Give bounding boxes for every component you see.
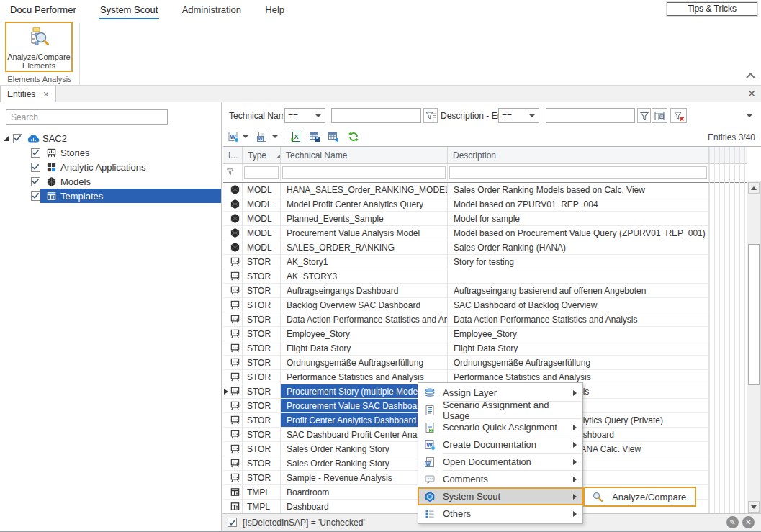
analyze-compare-elements-button[interactable]: Analyze/Compare Elements bbox=[5, 22, 73, 72]
technical-name-cell[interactable]: Model Profit Center Analytics Query bbox=[281, 197, 448, 211]
tree-checkbox[interactable] bbox=[31, 191, 40, 201]
column-header-description[interactable]: Description bbox=[448, 147, 709, 163]
technical-name-cell[interactable]: Planned_Events_Sample bbox=[281, 212, 448, 225]
export-excel-button[interactable]: X bbox=[289, 130, 302, 143]
technical-name-cell[interactable]: Flight Data Story bbox=[281, 341, 448, 355]
description-cell: Sales Order Ranking Models based on Calc… bbox=[448, 183, 709, 197]
tab-close-icon[interactable]: ✕ bbox=[42, 90, 49, 99]
autofilter-cell[interactable] bbox=[448, 164, 709, 181]
scrollbar-thumb[interactable] bbox=[748, 244, 760, 385]
tab-entities[interactable]: Entities✕ bbox=[0, 86, 56, 102]
vertical-scrollbar[interactable] bbox=[747, 181, 761, 514]
menu-administration[interactable]: Administration bbox=[181, 0, 243, 18]
close-filter-button[interactable]: ✕ bbox=[742, 516, 755, 528]
technical-name-cell[interactable]: Backlog Overview SAC Dashboard bbox=[281, 298, 448, 312]
table-row[interactable]: STORAK_Story1Story for testing bbox=[223, 255, 709, 269]
table-row[interactable]: MODLSALES_ORDER_RANKINGSales Order Ranki… bbox=[223, 240, 709, 255]
story-icon bbox=[230, 400, 240, 411]
edit-filter-button[interactable]: ✎ bbox=[726, 516, 739, 528]
table-row[interactable]: MODLPlanned_Events_SampleModel for sampl… bbox=[223, 212, 709, 226]
ribbon: Analyze/Compare Elements Elements Analys… bbox=[0, 20, 761, 86]
filter-field1-funnel-button[interactable] bbox=[423, 108, 438, 123]
tree-checkbox[interactable] bbox=[31, 148, 40, 158]
menu-item-create-documentation[interactable]: WCreate Documentation bbox=[418, 436, 582, 453]
filter-field1-operator[interactable]: == bbox=[284, 108, 325, 123]
autofilter-cell[interactable] bbox=[243, 164, 281, 181]
technical-name-cell[interactable]: Ordnungsgemäße Auftragserfüllung bbox=[281, 356, 448, 369]
table-row[interactable]: STORBacklog Overview SAC DashboardSAC Da… bbox=[223, 298, 709, 312]
menu-help[interactable]: Help bbox=[264, 0, 286, 18]
table-row[interactable]: MODLModel Profit Center Analytics QueryM… bbox=[223, 197, 709, 212]
menu-item-open-documentation[interactable]: WOpen Documentation bbox=[418, 454, 582, 470]
create-word-doc-button[interactable]: W bbox=[227, 130, 240, 143]
search-input[interactable] bbox=[6, 109, 168, 125]
menu-item-scenario-quick-assignment[interactable]: Scenario Quick Assignment bbox=[418, 419, 582, 436]
menu-item-system-scout[interactable]: System Scout bbox=[418, 488, 582, 505]
menu-item-comments[interactable]: Comments bbox=[418, 471, 582, 487]
table-row[interactable]: STORAK_STORY3 bbox=[223, 269, 709, 284]
table-row[interactable]: STORAuftragseingangs DashboardAuftragsei… bbox=[223, 284, 709, 298]
filter-field1-input[interactable] bbox=[331, 108, 421, 123]
tree-checkbox[interactable] bbox=[31, 163, 40, 172]
sidebar-item-templates[interactable]: Templates bbox=[0, 189, 221, 203]
tree-checkbox[interactable] bbox=[13, 134, 22, 143]
svg-text:X: X bbox=[294, 133, 298, 140]
technical-name-cell[interactable]: Employee_Story bbox=[281, 327, 448, 341]
autofilter-cell[interactable] bbox=[281, 164, 448, 181]
system-scout-icon bbox=[424, 491, 436, 502]
column-header-type[interactable]: Type bbox=[243, 147, 281, 163]
tips-and-tricks-button[interactable]: Tips & Tricks bbox=[667, 2, 757, 16]
chevron-down-icon[interactable] bbox=[243, 135, 248, 138]
technical-name-cell[interactable]: Auftragseingangs Dashboard bbox=[281, 284, 448, 297]
funnel-config-icon bbox=[425, 110, 436, 122]
row-icon-cell bbox=[223, 370, 243, 384]
chevron-down-icon[interactable] bbox=[272, 135, 278, 138]
autofilter-cell[interactable] bbox=[223, 164, 243, 181]
refresh-button[interactable] bbox=[347, 130, 360, 143]
apply-filter-button[interactable] bbox=[637, 108, 651, 123]
triangle-up-icon bbox=[751, 186, 757, 190]
scroll-up-button[interactable] bbox=[748, 182, 760, 194]
technical-name-cell[interactable]: HANA_SALES_Order_RANKING_MODEL bbox=[281, 183, 448, 197]
menu-item-label: Scenario Assignment and Usage bbox=[443, 400, 577, 421]
column-header-technical-name[interactable]: Technical Name bbox=[281, 147, 448, 163]
collapse-ribbon-icon[interactable] bbox=[746, 73, 755, 82]
table-row[interactable]: MODLProcurement Value Analysis ModelMode… bbox=[223, 226, 709, 240]
scroll-down-button[interactable] bbox=[748, 501, 760, 513]
status-filter-checkbox[interactable] bbox=[228, 518, 237, 527]
technical-name-cell[interactable]: Procurement Value Analysis Model bbox=[281, 226, 448, 240]
clear-filter-button[interactable] bbox=[670, 108, 687, 123]
menu-item-others[interactable]: Others bbox=[418, 505, 582, 522]
load-grid-layout-button[interactable] bbox=[327, 130, 340, 143]
filter-field2-input[interactable] bbox=[546, 108, 635, 123]
technical-name-cell[interactable]: AK_STORY3 bbox=[281, 269, 448, 283]
tree-checkbox[interactable] bbox=[31, 177, 40, 186]
expander-icon[interactable] bbox=[4, 136, 9, 141]
table-row[interactable]: STOROrdnungsgemäße AuftragserfüllungOrdn… bbox=[223, 356, 709, 370]
panel-close-icon[interactable]: ✕ bbox=[747, 88, 756, 99]
technical-name-cell[interactable]: AK_Story1 bbox=[281, 255, 448, 269]
filter-field2-operator[interactable]: == bbox=[498, 108, 539, 123]
technical-name-cell[interactable]: SALES_ORDER_RANKING bbox=[281, 240, 448, 254]
filter-layout-button[interactable] bbox=[652, 108, 667, 123]
sidebar-item-models[interactable]: Models bbox=[0, 174, 221, 189]
menu-system-scout[interactable]: System Scout bbox=[99, 0, 159, 19]
filter-bar: Technical Name == Description - En == bbox=[223, 102, 761, 127]
menu-docu-performer[interactable]: Docu Performer bbox=[9, 0, 78, 18]
table-row[interactable]: STOREmployee_StoryEmployee_Story bbox=[223, 327, 709, 341]
menu-item-scenario-assignment-and-usage[interactable]: Scenario Assignment and Usage bbox=[418, 402, 582, 418]
save-grid-layout-button[interactable] bbox=[308, 130, 321, 143]
sidebar-item-analytic-applications[interactable]: Analytic Applications bbox=[0, 160, 221, 174]
technical-name-cell[interactable]: Data Action Performance Statistics and A… bbox=[281, 312, 448, 326]
submenu-analyze-compare[interactable]: Analyze/Compare bbox=[612, 492, 686, 502]
comments-icon bbox=[424, 474, 436, 485]
sidebar-item-stories[interactable]: Stories bbox=[0, 145, 221, 160]
story-icon bbox=[230, 371, 240, 382]
table-row[interactable]: STORFlight Data StoryFlight Data Story bbox=[223, 341, 709, 356]
table-row[interactable]: STORData Action Performance Statistics a… bbox=[223, 312, 709, 327]
open-word-doc-button[interactable]: W bbox=[256, 130, 269, 143]
tree-root-sac2[interactable]: SAC2 bbox=[0, 131, 221, 145]
table-row[interactable]: MODLHANA_SALES_Order_RANKING_MODELSales … bbox=[223, 183, 709, 197]
column-header-icon[interactable]: I... bbox=[223, 147, 243, 163]
filterbar-dropdown-icon[interactable] bbox=[747, 114, 752, 117]
